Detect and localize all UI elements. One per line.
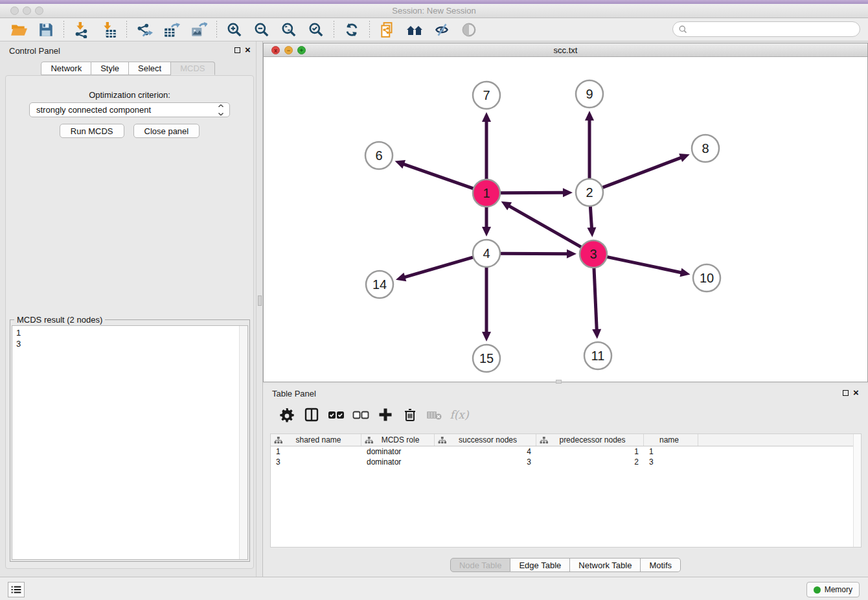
node-table[interactable]: shared name MCDS role successor nodes pr… bbox=[270, 433, 862, 548]
mcds-result-title: MCDS result (2 nodes) bbox=[14, 315, 105, 325]
cell-shared-name[interactable]: 3 bbox=[271, 457, 361, 467]
export-table-icon[interactable] bbox=[162, 20, 181, 40]
column-header-shared-name[interactable]: shared name bbox=[271, 434, 361, 446]
tab-select[interactable]: Select bbox=[129, 62, 171, 75]
edge-arrowhead bbox=[585, 111, 594, 121]
tab-network-table[interactable]: Network Table bbox=[570, 558, 641, 572]
select-all-icon[interactable] bbox=[326, 405, 346, 424]
delete-table-icon bbox=[425, 405, 444, 424]
column-header-predecessor-nodes[interactable]: predecessor nodes bbox=[536, 434, 644, 446]
import-network-icon[interactable] bbox=[72, 20, 91, 40]
tree-icon bbox=[274, 436, 282, 444]
memory-label: Memory bbox=[825, 585, 852, 594]
first-neighbors-icon[interactable] bbox=[405, 20, 424, 40]
cell-mcds-role[interactable]: dominator bbox=[361, 447, 435, 456]
result-scrollbar[interactable] bbox=[239, 326, 247, 559]
tab-motifs[interactable]: Motifs bbox=[641, 558, 681, 572]
edge-arrowhead bbox=[482, 332, 491, 341]
run-mcds-button[interactable]: Run MCDS bbox=[60, 124, 124, 138]
cell-predecessor-nodes[interactable]: 2 bbox=[536, 457, 644, 467]
network-canvas[interactable]: 7968124314101511 bbox=[264, 57, 867, 382]
optimization-criterion-select[interactable]: strongly connected component bbox=[29, 102, 230, 117]
edge-arrowhead bbox=[592, 329, 601, 339]
cell-predecessor-nodes[interactable]: 1 bbox=[536, 447, 644, 456]
close-panel-button[interactable]: Close panel bbox=[133, 124, 200, 138]
task-history-button[interactable] bbox=[8, 582, 25, 597]
tab-edge-table[interactable]: Edge Table bbox=[510, 558, 570, 572]
memory-status-icon bbox=[814, 586, 821, 594]
float-table-panel-icon[interactable] bbox=[843, 390, 849, 396]
close-panel-icon[interactable]: × bbox=[245, 44, 251, 55]
graph-node-label: 10 bbox=[700, 271, 714, 285]
graph-node-label: 2 bbox=[586, 185, 593, 200]
duplicate-network-icon[interactable] bbox=[378, 20, 397, 40]
cell-name[interactable]: 3 bbox=[644, 457, 698, 467]
tab-mcds[interactable]: MCDS bbox=[171, 62, 214, 75]
graph-node-label: 15 bbox=[479, 351, 494, 365]
search-icon bbox=[678, 25, 688, 34]
import-table-icon[interactable] bbox=[99, 20, 119, 40]
control-panel-title: Control Panel bbox=[9, 46, 60, 56]
list-icon bbox=[11, 585, 21, 594]
search-input[interactable] bbox=[688, 25, 860, 34]
column-header-name[interactable]: name bbox=[644, 434, 698, 446]
table-row[interactable]: 1 dominator 4 1 1 bbox=[271, 446, 861, 457]
tab-style[interactable]: Style bbox=[91, 62, 129, 75]
delete-column-icon[interactable] bbox=[400, 405, 420, 424]
export-image-icon[interactable] bbox=[189, 20, 209, 40]
table-panel-title: Table Panel bbox=[272, 389, 316, 398]
graph-node-label: 9 bbox=[586, 87, 593, 101]
zoom-out-icon[interactable] bbox=[252, 20, 271, 40]
deselect-all-icon[interactable] bbox=[351, 405, 371, 424]
show-hide-graphics-details-icon[interactable] bbox=[432, 20, 451, 40]
edge-arrowhead bbox=[563, 188, 573, 197]
graph-node-label: 4 bbox=[483, 246, 490, 260]
control-panel: Control Panel × Network Style Select MCD… bbox=[0, 41, 256, 577]
table-row[interactable]: 3 dominator 3 2 3 bbox=[271, 457, 861, 467]
add-column-icon[interactable] bbox=[376, 405, 395, 424]
table-panel: Table Panel × bbox=[263, 384, 868, 577]
search-field[interactable] bbox=[672, 21, 860, 37]
horizontal-splitter-grip[interactable] bbox=[556, 380, 562, 384]
refresh-layout-icon[interactable] bbox=[342, 20, 361, 40]
splitter-grip[interactable] bbox=[258, 295, 262, 306]
table-settings-icon[interactable] bbox=[277, 405, 297, 424]
edge-arrowhead bbox=[395, 160, 405, 168]
export-network-icon[interactable] bbox=[135, 20, 154, 40]
main-titlebar: Session: New Session bbox=[0, 4, 868, 18]
application-window: Session: New Session bbox=[0, 0, 868, 600]
tab-node-table[interactable]: Node Table bbox=[450, 558, 511, 572]
table-scrollbar[interactable] bbox=[853, 434, 861, 547]
close-table-panel-icon[interactable]: × bbox=[853, 387, 859, 398]
network-view-window: x − + scc.txt 7968124314101511 bbox=[263, 43, 868, 382]
column-header-mcds-role[interactable]: MCDS role bbox=[361, 434, 435, 446]
mcds-result-textarea[interactable]: 1 3 bbox=[12, 325, 248, 560]
result-line: 1 bbox=[16, 327, 247, 338]
window-title: Session: New Session bbox=[0, 6, 868, 16]
zoom-selected-icon[interactable] bbox=[306, 20, 326, 40]
memory-button[interactable]: Memory bbox=[806, 582, 860, 597]
cell-shared-name[interactable]: 1 bbox=[271, 447, 361, 456]
toolbar-separator bbox=[126, 21, 127, 39]
network-window-titlebar[interactable]: x − + scc.txt bbox=[264, 43, 867, 57]
zoom-in-icon[interactable] bbox=[225, 20, 244, 40]
tab-network[interactable]: Network bbox=[41, 62, 91, 75]
vertical-splitter[interactable] bbox=[256, 41, 263, 577]
tree-icon bbox=[438, 436, 446, 444]
cell-name[interactable]: 1 bbox=[644, 447, 698, 456]
save-session-icon[interactable] bbox=[36, 20, 56, 40]
split-view-icon[interactable] bbox=[302, 405, 321, 424]
zoom-fit-icon[interactable] bbox=[279, 20, 299, 40]
tree-icon bbox=[365, 436, 373, 444]
open-session-icon[interactable] bbox=[9, 20, 29, 40]
optimization-criterion-label: Optimization criterion: bbox=[6, 90, 253, 100]
cell-mcds-role[interactable]: dominator bbox=[361, 457, 435, 467]
mcds-result-group: MCDS result (2 nodes) 1 3 bbox=[10, 319, 250, 562]
float-panel-icon[interactable] bbox=[234, 47, 240, 53]
toolbar-separator bbox=[63, 21, 64, 39]
column-header-successor-nodes[interactable]: successor nodes bbox=[435, 434, 536, 446]
table-header-row: shared name MCDS role successor nodes pr… bbox=[271, 434, 861, 446]
cell-successor-nodes[interactable]: 3 bbox=[435, 457, 536, 467]
main-toolbar bbox=[0, 18, 868, 41]
cell-successor-nodes[interactable]: 4 bbox=[435, 447, 536, 456]
